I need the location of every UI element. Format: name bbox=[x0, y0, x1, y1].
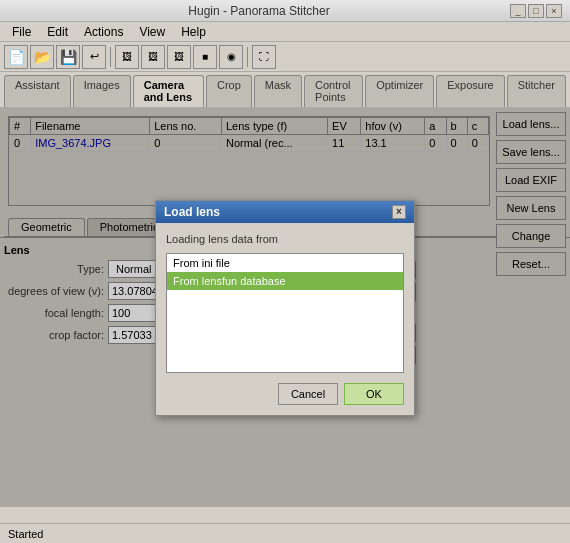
load-lens-dialog: Load lens × Loading lens data from From … bbox=[155, 200, 415, 416]
tab-images[interactable]: Images bbox=[73, 75, 131, 107]
dialog-cancel-button[interactable]: Cancel bbox=[278, 383, 338, 405]
dialog-overlay: Load lens × Loading lens data from From … bbox=[0, 108, 570, 507]
tab-optimizer[interactable]: Optimizer bbox=[365, 75, 434, 107]
maximize-button[interactable]: □ bbox=[528, 4, 544, 18]
toolbar-extra[interactable]: ⛶ bbox=[252, 45, 276, 69]
dialog-ok-button[interactable]: OK bbox=[344, 383, 404, 405]
dialog-prompt-text: Loading lens data from bbox=[166, 233, 404, 245]
dialog-list-item-lensfun[interactable]: From lensfun database bbox=[167, 272, 403, 290]
toolbar-sep1 bbox=[110, 47, 111, 67]
dialog-list: From ini file From lensfun database bbox=[166, 253, 404, 373]
toolbar-img1[interactable]: 🖼 bbox=[115, 45, 139, 69]
dialog-title-text: Load lens bbox=[164, 205, 220, 219]
dialog-buttons: Cancel OK bbox=[166, 383, 404, 405]
toolbar-img3[interactable]: 🖼 bbox=[167, 45, 191, 69]
main-content: # Filename Lens no. Lens type (f) EV hfo… bbox=[0, 108, 570, 507]
menu-help[interactable]: Help bbox=[173, 24, 214, 39]
toolbar-img5[interactable]: ◉ bbox=[219, 45, 243, 69]
minimize-button[interactable]: _ bbox=[510, 4, 526, 18]
menu-actions[interactable]: Actions bbox=[76, 24, 131, 39]
toolbar-sep2 bbox=[247, 47, 248, 67]
title-bar: Hugin - Panorama Stitcher _ □ × bbox=[0, 0, 570, 22]
tab-control-points[interactable]: Control Points bbox=[304, 75, 363, 107]
toolbar: 📄 📂 💾 ↩ 🖼 🖼 🖼 ■ ◉ ⛶ bbox=[0, 42, 570, 72]
main-tabs: Assistant Images Camera and Lens Crop Ma… bbox=[0, 72, 570, 108]
toolbar-new[interactable]: 📄 bbox=[4, 45, 28, 69]
tab-assistant[interactable]: Assistant bbox=[4, 75, 71, 107]
status-bar: Started bbox=[0, 523, 570, 543]
menu-file[interactable]: File bbox=[4, 24, 39, 39]
menu-view[interactable]: View bbox=[131, 24, 173, 39]
tab-stitcher[interactable]: Stitcher bbox=[507, 75, 566, 107]
title-controls: _ □ × bbox=[510, 4, 562, 18]
status-text: Started bbox=[8, 528, 43, 540]
close-button[interactable]: × bbox=[546, 4, 562, 18]
toolbar-save[interactable]: 💾 bbox=[56, 45, 80, 69]
dialog-title-bar: Load lens × bbox=[156, 201, 414, 223]
tab-camera-lens[interactable]: Camera and Lens bbox=[133, 75, 204, 107]
toolbar-open[interactable]: 📂 bbox=[30, 45, 54, 69]
menu-edit[interactable]: Edit bbox=[39, 24, 76, 39]
dialog-list-item-ini[interactable]: From ini file bbox=[167, 254, 403, 272]
tab-exposure[interactable]: Exposure bbox=[436, 75, 504, 107]
menubar: File Edit Actions View Help bbox=[0, 22, 570, 42]
tab-crop[interactable]: Crop bbox=[206, 75, 252, 107]
toolbar-img2[interactable]: 🖼 bbox=[141, 45, 165, 69]
title-text: Hugin - Panorama Stitcher bbox=[8, 4, 510, 18]
dialog-body: Loading lens data from From ini file Fro… bbox=[156, 223, 414, 415]
toolbar-undo[interactable]: ↩ bbox=[82, 45, 106, 69]
toolbar-img4[interactable]: ■ bbox=[193, 45, 217, 69]
tab-mask[interactable]: Mask bbox=[254, 75, 302, 107]
dialog-close-button[interactable]: × bbox=[392, 205, 406, 219]
